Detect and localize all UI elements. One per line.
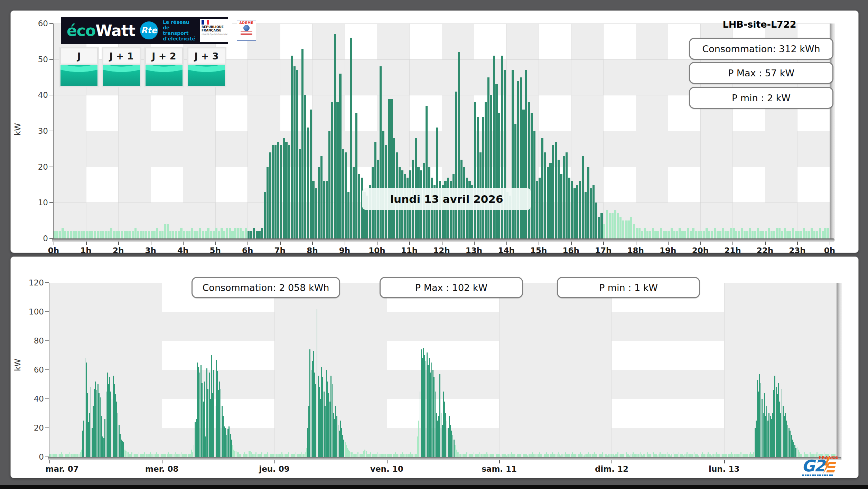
bar <box>489 454 490 457</box>
bar <box>665 231 667 238</box>
bar <box>95 382 96 457</box>
bar <box>189 454 190 457</box>
bar <box>248 231 250 238</box>
bar <box>548 454 549 457</box>
bar <box>617 213 619 238</box>
gridline <box>499 283 500 457</box>
x-tick <box>603 242 604 245</box>
bar <box>717 454 718 457</box>
bar <box>64 231 66 238</box>
bar <box>566 152 568 238</box>
bar <box>122 441 123 457</box>
bar <box>415 454 416 457</box>
bar <box>246 454 247 457</box>
bar <box>636 228 638 238</box>
bar <box>206 368 207 457</box>
bar <box>97 384 99 457</box>
bar <box>113 231 115 238</box>
bar <box>456 450 457 457</box>
bar <box>688 454 689 457</box>
bar <box>671 454 672 457</box>
gridline <box>612 283 612 457</box>
bar <box>221 228 223 238</box>
x-tick <box>612 460 612 463</box>
bar <box>808 231 810 238</box>
bar <box>285 454 286 457</box>
bar <box>393 454 394 457</box>
bar <box>590 188 592 238</box>
bar <box>781 231 783 238</box>
bar <box>685 454 687 457</box>
bar <box>328 393 329 457</box>
tab-j-plus-3[interactable]: J + 3 <box>187 47 226 87</box>
bar <box>702 452 703 457</box>
y-tick-label: 0 <box>39 452 44 461</box>
bar <box>353 454 354 457</box>
bar <box>302 454 304 457</box>
bar <box>695 454 696 457</box>
bar <box>525 454 526 457</box>
bar <box>507 454 508 457</box>
bar <box>281 452 282 457</box>
bar <box>76 454 77 457</box>
bar <box>604 454 605 457</box>
bar <box>118 413 119 457</box>
pmax-stat: P Max : 102 kW <box>380 277 523 298</box>
bar <box>487 454 488 457</box>
bar <box>480 454 482 457</box>
bar <box>458 452 459 457</box>
bar <box>119 425 120 457</box>
bar <box>210 231 212 238</box>
bar <box>380 66 382 238</box>
bar <box>176 454 177 457</box>
bar <box>675 454 676 457</box>
bar <box>569 454 570 457</box>
bar <box>342 149 344 238</box>
bar <box>261 452 262 457</box>
bar <box>459 454 460 457</box>
bar <box>776 228 778 238</box>
bar <box>516 455 517 457</box>
bar <box>498 113 500 238</box>
bar <box>567 454 568 457</box>
grid-cell <box>636 95 668 131</box>
bar <box>622 454 623 457</box>
bar <box>417 436 418 457</box>
grid-cell <box>636 167 668 203</box>
bar <box>722 454 723 457</box>
bar <box>218 390 219 457</box>
bar <box>462 454 463 457</box>
y-tick-label: 100 <box>29 307 44 316</box>
bar <box>445 413 446 457</box>
bar <box>147 454 148 457</box>
bar <box>468 454 469 457</box>
bar <box>668 231 670 238</box>
bar <box>81 450 82 457</box>
bar <box>619 454 620 457</box>
x-tick <box>765 242 766 245</box>
bar <box>59 454 60 457</box>
bar <box>540 454 541 457</box>
bar <box>309 349 310 457</box>
x-tick <box>118 242 119 245</box>
bar <box>223 231 225 238</box>
bar <box>619 217 622 238</box>
bar <box>381 454 382 457</box>
bar <box>253 228 255 238</box>
x-tick-label: 6h <box>242 246 253 255</box>
bar <box>752 454 753 457</box>
bar <box>73 231 75 238</box>
tab-j-plus-2[interactable]: J + 2 <box>144 47 184 87</box>
tab-j-plus-1[interactable]: J + 1 <box>102 47 141 87</box>
g2e-tagline <box>802 474 834 476</box>
grid-cell <box>49 283 162 312</box>
bar <box>175 231 177 238</box>
bar <box>740 452 741 457</box>
bar <box>644 454 645 457</box>
bar <box>577 454 578 457</box>
tab-j[interactable]: J <box>59 47 99 87</box>
bar <box>640 452 641 457</box>
bar <box>537 454 538 457</box>
bar <box>170 454 171 457</box>
bar <box>698 231 700 238</box>
